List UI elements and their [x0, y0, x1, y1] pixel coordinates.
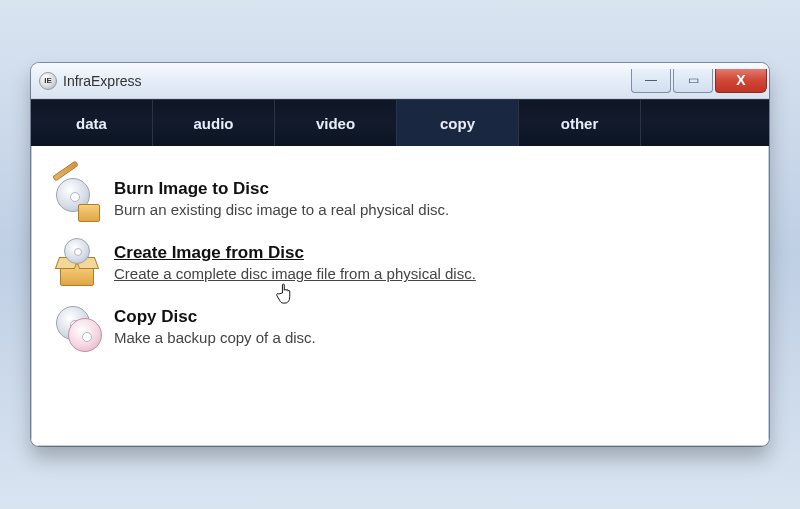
tab-audio[interactable]: audio [153, 100, 275, 146]
app-icon: IE [39, 72, 57, 90]
burn-disc-icon [56, 178, 100, 222]
tab-spacer [641, 100, 769, 146]
option-title: Create Image from Disc [114, 242, 476, 264]
titlebar[interactable]: IE InfraExpress — ▭ X [31, 63, 769, 99]
tab-data[interactable]: data [31, 100, 153, 146]
maximize-icon: ▭ [688, 73, 699, 87]
option-text: Create Image from Disc Create a complete… [114, 242, 476, 284]
tab-copy[interactable]: copy [397, 100, 519, 146]
option-title: Burn Image to Disc [114, 178, 449, 200]
option-copy-disc[interactable]: Copy Disc Make a backup copy of a disc. [50, 296, 750, 360]
option-burn-image[interactable]: Burn Image to Disc Burn an existing disc… [50, 168, 750, 232]
tab-label: other [561, 115, 599, 132]
minimize-icon: — [645, 73, 657, 87]
tab-label: video [316, 115, 355, 132]
minimize-button[interactable]: — [631, 69, 671, 93]
option-create-image[interactable]: Create Image from Disc Create a complete… [50, 232, 750, 296]
content-pane: Burn Image to Disc Burn an existing disc… [31, 146, 769, 446]
close-icon: X [736, 72, 745, 88]
tab-label: copy [440, 115, 475, 132]
tab-video[interactable]: video [275, 100, 397, 146]
window-controls: — ▭ X [631, 69, 769, 93]
option-text: Copy Disc Make a backup copy of a disc. [114, 306, 316, 348]
tab-other[interactable]: other [519, 100, 641, 146]
create-image-icon [56, 242, 100, 286]
option-text: Burn Image to Disc Burn an existing disc… [114, 178, 449, 220]
option-description: Burn an existing disc image to a real ph… [114, 200, 449, 220]
tab-label: data [76, 115, 107, 132]
tab-label: audio [194, 115, 234, 132]
option-description: Make a backup copy of a disc. [114, 328, 316, 348]
app-window: IE InfraExpress — ▭ X data audio video c… [31, 63, 769, 446]
copy-disc-icon [56, 306, 100, 350]
option-description: Create a complete disc image file from a… [114, 264, 476, 284]
window-title: InfraExpress [63, 73, 142, 89]
option-title: Copy Disc [114, 306, 316, 328]
close-button[interactable]: X [715, 69, 767, 93]
maximize-button[interactable]: ▭ [673, 69, 713, 93]
tab-bar: data audio video copy other [31, 99, 769, 146]
